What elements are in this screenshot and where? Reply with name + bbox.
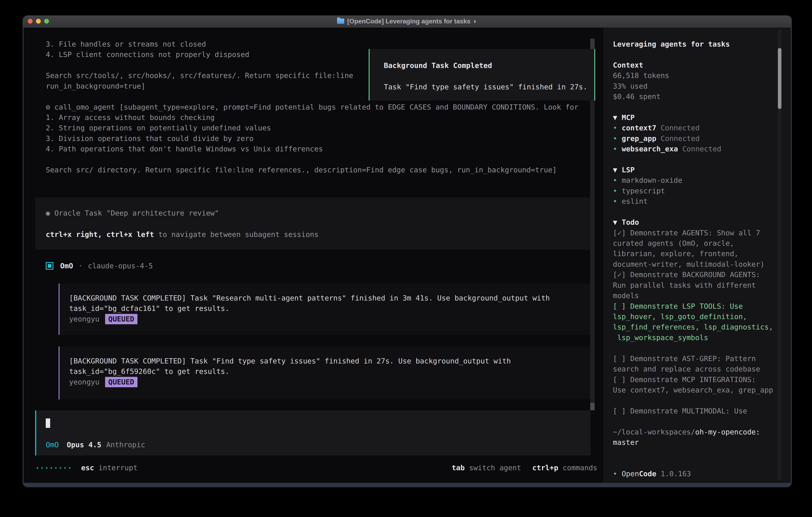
- workspace-branch: master: [613, 437, 773, 447]
- todo-line: curated agents (OmO, oracle,: [613, 238, 773, 248]
- status-bar-right: tab switch agent ctrl+p commands: [452, 463, 598, 473]
- workspace-path: ~/local-workspaces/oh-my-opencode:: [613, 427, 773, 437]
- lsp-name: markdown-oxide: [621, 176, 682, 184]
- session-title: Leveraging agents for tasks: [613, 39, 773, 49]
- todo-line-active: lsp_find_references, lsp_diagnostics,: [613, 322, 773, 332]
- app-name-bold: Code: [639, 470, 656, 478]
- terminal-line: 2. String operations on potentially unde…: [46, 123, 578, 133]
- esc-key-hint: esc: [81, 463, 94, 473]
- app-name-regular: Open: [621, 470, 639, 478]
- status-dot-icon: •: [613, 133, 621, 144]
- workspace-repo: oh-my-opencode:: [695, 428, 760, 436]
- todo-heading: Todo: [621, 218, 639, 226]
- window-content: 3. File handles or streams not closed 4.…: [24, 28, 791, 483]
- mcp-name: context7: [621, 124, 656, 132]
- status-dot-icon: •: [613, 144, 621, 154]
- title-bar: [OpenCode] Leveraging agents for tasks ◐: [23, 16, 792, 27]
- mcp-status: Connected: [656, 134, 700, 142]
- workspace-path-prefix: ~/local-workspaces/: [613, 428, 695, 436]
- lsp-item: •typescript: [613, 186, 773, 196]
- dot-separator-icon: ·: [78, 261, 83, 271]
- terminal-blank-line: [46, 154, 578, 165]
- chevron-down-icon: ▼: [613, 165, 621, 175]
- context-heading: Context: [613, 60, 773, 71]
- todo-line: [✓] Demonstrate AGENTS: Show all 7: [613, 228, 773, 238]
- mcp-name: websearch_exa: [621, 145, 678, 153]
- message-meta: yeongyuQUEUED: [69, 377, 590, 387]
- tool-call-line: ⚙ call_omo_agent [subagent_type=explore,…: [46, 102, 578, 112]
- sidebar-scrollbar-thumb[interactable]: [778, 48, 781, 109]
- folder-icon: [337, 19, 344, 24]
- message-author: yeongyu: [69, 315, 99, 323]
- window-title: [OpenCode] Leveraging agents for tasks: [347, 18, 470, 25]
- background-task-message: [BACKGROUND TASK COMPLETED] Task "Find t…: [59, 347, 590, 400]
- terminal-line: 4. Path operations that don't handle Win…: [46, 144, 578, 154]
- terminal-line: 1. Array access without bounds checking: [46, 112, 578, 123]
- todo-line: Use context7, websearch_exa, grep_app: [613, 385, 773, 395]
- mcp-item: •context7 Connected: [613, 123, 773, 133]
- message-line: [BACKGROUND TASK COMPLETED] Task "Find t…: [69, 356, 590, 366]
- oracle-task-header: ◉ Oracle Task "Deep architecture review": [46, 208, 219, 218]
- app-window: [OpenCode] Leveraging agents for tasks ◐…: [23, 16, 792, 487]
- session-progress-icon: ◐: [473, 18, 477, 25]
- mcp-item: •websearch_exa Connected: [613, 144, 773, 154]
- todo-line: Run parallel tasks with different: [613, 280, 773, 291]
- context-tokens: 66,518 tokens: [613, 71, 773, 81]
- app-version: •OpenCode 1.0.163: [613, 469, 773, 479]
- terminal-line: 3. Division operations that could divide…: [46, 133, 578, 144]
- lsp-heading: LSP: [621, 166, 635, 174]
- terminal-line: Search src/ directory. Return specific f…: [46, 165, 578, 175]
- todo-line: [ ] Demonstrate AST-GREP: Pattern: [613, 353, 773, 364]
- status-bar: esc interrupt tab switch agent ctrl+p co…: [24, 463, 603, 473]
- status-dot-icon: •: [613, 469, 621, 479]
- status-dot-icon: •: [613, 186, 621, 196]
- todo-line: document-writer, multimodal-looker): [613, 259, 773, 270]
- main-scrollbar-thumb-top[interactable]: [590, 38, 594, 49]
- todo-line-active: lsp_hover, lsp_goto_definition,: [613, 311, 773, 322]
- lsp-item: •eslint: [613, 196, 773, 207]
- agent-session-header[interactable]: OmO · claude-opus-4-5: [46, 261, 153, 271]
- session-sidebar: Leveraging agents for tasks Context 66,5…: [603, 28, 791, 483]
- todo-line: models: [613, 291, 773, 301]
- oracle-task-title: Oracle Task "Deep architecture review": [50, 209, 219, 217]
- section-header-mcp[interactable]: ▼MCP: [613, 112, 773, 123]
- todo-line: search and replace across codebase: [613, 364, 773, 374]
- subagent-nav-hint: ctrl+x right, ctrl+x left to navigate be…: [46, 229, 318, 240]
- message-line: task_id="bg_6f59260c" to get results.: [69, 366, 590, 377]
- main-scrollbar-thumb[interactable]: [590, 403, 594, 410]
- working-spinner-icon: [37, 467, 70, 469]
- message-author: yeongyu: [69, 378, 99, 386]
- section-header-lsp[interactable]: ▼LSP: [613, 165, 773, 175]
- tab-key-label: switch agent: [469, 463, 521, 473]
- commands-key-hint: ctrl+p: [532, 463, 558, 473]
- section-header-todo[interactable]: ▼Todo: [613, 217, 773, 227]
- agent-name: OmO: [60, 261, 73, 271]
- lsp-name: eslint: [621, 197, 647, 205]
- sidebar-rows: Leveraging agents for tasks Context 66,5…: [613, 39, 773, 479]
- prompt-input[interactable]: OmO Opus 4.5 Anthropic: [35, 410, 590, 456]
- window-title-group: [OpenCode] Leveraging agents for tasks ◐: [23, 16, 792, 27]
- mcp-item: •grep_app Connected: [613, 133, 773, 144]
- status-dot-icon: •: [613, 123, 621, 133]
- oracle-task-panel: ◉ Oracle Task "Deep architecture review"…: [35, 197, 590, 249]
- status-badge: QUEUED: [105, 377, 138, 387]
- chevron-down-icon: ▼: [613, 217, 621, 227]
- background-task-message: [BACKGROUND TASK COMPLETED] Task "Resear…: [59, 283, 590, 335]
- input-mode-line: OmO Opus 4.5 Anthropic: [46, 440, 145, 450]
- tab-key-hint: tab: [452, 463, 465, 473]
- background-task-toast[interactable]: Background Task Completed Task "Find typ…: [369, 49, 595, 101]
- message-meta: yeongyuQUEUED: [69, 314, 590, 324]
- mcp-status: Connected: [656, 124, 700, 132]
- mcp-name: grep_app: [621, 134, 656, 142]
- gear-icon: ⚙: [46, 103, 50, 111]
- text-cursor: [46, 418, 50, 428]
- commands-key-label: commands: [563, 463, 597, 473]
- context-spent: $0.46 spent: [613, 91, 773, 102]
- terminal-main-pane: 3. File handles or streams not closed 4.…: [24, 28, 603, 483]
- shortcut-description: to navigate between subagent sessions: [154, 230, 319, 239]
- oracle-session-icon: ◉: [46, 209, 50, 217]
- status-dot-icon: •: [613, 196, 621, 207]
- todo-line-active: lsp_workspace_symbols: [613, 332, 773, 343]
- agent-checkbox-icon: [46, 262, 53, 270]
- toast-title: Background Task Completed: [384, 60, 492, 71]
